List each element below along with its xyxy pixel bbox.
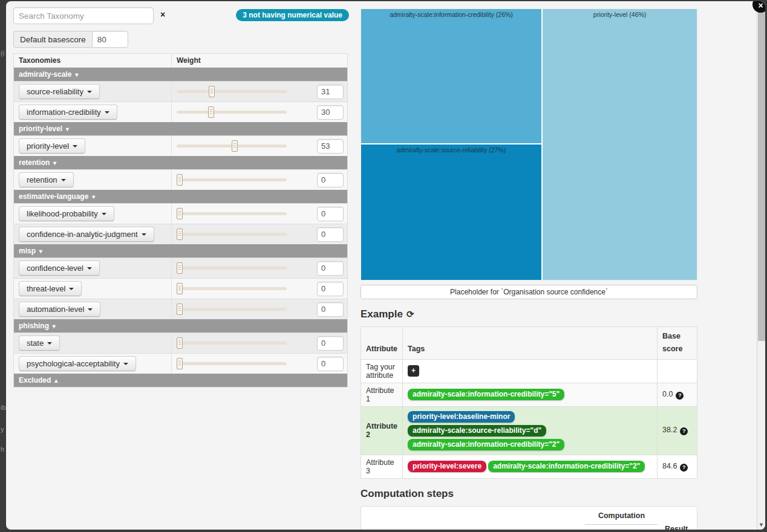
help-icon[interactable]: ?	[680, 464, 688, 472]
chevron-down-icon	[88, 308, 93, 311]
taxonomy-dropdown-likelihood-probability[interactable]: likelihood-probability	[19, 206, 114, 221]
taxonomy-dropdown-priority-level[interactable]: priority-level	[19, 138, 85, 154]
close-icon[interactable]: ×	[752, 1, 765, 13]
help-icon[interactable]: ?	[680, 427, 688, 435]
taxonomy-dropdown-threat-level[interactable]: threat-level	[19, 281, 82, 296]
weight-slider[interactable]	[177, 233, 287, 236]
taxonomy-dropdown-label: psychological-acceptability	[27, 359, 120, 368]
taxonomy-group-header-priority-level[interactable]: priority-level ▾	[14, 122, 347, 135]
weight-cell	[172, 105, 347, 120]
weight-input[interactable]	[317, 261, 344, 276]
taxonomy-dropdown-information-credibility[interactable]: information-credibility	[19, 105, 117, 120]
taxonomy-group-header-excluded[interactable]: Excluded ▴	[14, 374, 347, 387]
taxonomy-group-header-retention[interactable]: retention ▾	[14, 156, 347, 169]
taxonomy-name-cell: priority-level	[14, 136, 172, 156]
scrollbar-thumb[interactable]	[758, 11, 765, 341]
chevron-down-icon	[123, 363, 128, 365]
tag-admiralty-scale-source-reliability-d-[interactable]: admiralty-scale:source-reliability="d"	[408, 425, 546, 436]
weight-slider[interactable]	[177, 267, 287, 270]
weight-slider[interactable]	[177, 90, 287, 93]
taxonomy-dropdown-confidence-level[interactable]: confidence-level	[19, 261, 100, 276]
chevron-down-icon	[61, 179, 66, 181]
weight-input[interactable]	[317, 85, 344, 99]
taxonomy-dropdown-psychological-acceptability[interactable]: psychological-acceptability	[19, 356, 136, 371]
slider-handle[interactable]	[177, 262, 183, 274]
vertical-scrollbar[interactable]: ▲ ▼	[757, 1, 765, 530]
tag-column-header: Tag	[367, 530, 380, 530]
weight-slider[interactable]	[177, 308, 287, 311]
weight-slider[interactable]	[177, 144, 287, 148]
slider-handle[interactable]	[209, 86, 215, 97]
taxonomy-dropdown-source-reliability[interactable]: source-reliability	[19, 84, 100, 99]
background-text-fragment: ib	[1, 404, 6, 411]
attribute-name-cell: Attribute 1	[361, 383, 403, 406]
weight-slider[interactable]	[177, 342, 287, 345]
add-tag-button[interactable]: +	[408, 365, 419, 377]
taxonomy-row-automation-level: automation-level	[14, 299, 347, 319]
tag-priority-level-baseline-minor[interactable]: priority-level:baseline-minor	[408, 411, 515, 423]
weight-slider[interactable]	[177, 178, 287, 181]
taxonomy-name-cell: confidence-level	[14, 258, 172, 278]
tags-column-header: Tags	[403, 327, 658, 360]
taxonomy-name-cell: information-credibility	[14, 102, 172, 122]
slider-handle[interactable]	[232, 140, 238, 152]
taxonomy-row-likelihood-probability: likelihood-probability	[14, 203, 347, 224]
taxonomy-dropdown-retention[interactable]: retention	[19, 172, 74, 187]
taxonomy-dropdown-automation-level[interactable]: automation-level	[19, 302, 100, 317]
weight-input[interactable]	[317, 282, 344, 296]
taxonomy-dropdown-confidence-in-analytic-judgment[interactable]: confidence-in-analytic-judgment	[19, 227, 154, 242]
weight-treemap: admiralty-scale:information-credibility …	[361, 8, 697, 281]
weight-input[interactable]	[317, 139, 344, 154]
weight-input[interactable]	[317, 302, 344, 317]
weight-slider[interactable]	[177, 212, 287, 215]
slider-handle[interactable]	[177, 208, 183, 219]
help-icon[interactable]: ?	[676, 392, 684, 400]
taxonomy-dropdown-label: source-reliability	[27, 87, 83, 96]
weight-input[interactable]	[317, 227, 344, 242]
chevron-down-icon: ▾	[51, 160, 56, 166]
weight-input[interactable]	[317, 207, 344, 221]
taxonomy-group-header-misp[interactable]: misp ▾	[14, 244, 347, 258]
slider-handle[interactable]	[177, 358, 183, 369]
weight-slider[interactable]	[177, 287, 287, 290]
chevron-down-icon	[73, 145, 77, 148]
weight-input[interactable]	[317, 357, 344, 371]
taxonomy-group-header-admiralty-scale[interactable]: admiralty-scale ▾	[14, 68, 347, 81]
slider-handle[interactable]	[177, 337, 183, 349]
weight-column-header: Weight	[172, 54, 206, 67]
example-table: Attribute Tags Base score Tag your attri…	[361, 326, 697, 479]
tag-admiralty-scale-information-credibility-5-[interactable]: admiralty-scale:information-credibility=…	[408, 389, 564, 400]
weight-input[interactable]	[317, 105, 344, 120]
example-row: Attribute 3priority-level:severeadmiralt…	[361, 455, 697, 478]
taxonomy-group-header-phishing[interactable]: phishing ▾	[14, 319, 347, 332]
slider-handle[interactable]	[177, 283, 183, 294]
weight-input[interactable]	[317, 173, 344, 187]
tag-admiralty-scale-information-credibility-2-[interactable]: admiralty-scale:information-credibility=…	[488, 461, 645, 472]
refresh-icon[interactable]: ⟳	[406, 309, 414, 320]
slider-handle[interactable]	[208, 106, 214, 118]
tag-priority-level-severe[interactable]: priority-level:severe	[408, 461, 486, 472]
clear-search-icon[interactable]: ×	[160, 10, 165, 19]
taxonomy-group-header-estimative-language[interactable]: estimative-language ▾	[14, 190, 347, 203]
base-score-cell: 0.0?	[658, 383, 697, 406]
taxonomy-dropdown-state[interactable]: state	[19, 336, 60, 351]
weight-cell	[172, 261, 347, 276]
search-input[interactable]	[13, 7, 154, 24]
slider-handle[interactable]	[177, 174, 183, 186]
default-basescore-input[interactable]	[92, 31, 128, 48]
weight-slider[interactable]	[177, 362, 287, 365]
preview-panel: admiralty-scale:information-credibility …	[361, 8, 697, 530]
weight-slider[interactable]	[177, 111, 287, 114]
tag-admiralty-scale-information-credibility-2-[interactable]: admiralty-scale:information-credibility=…	[408, 439, 564, 450]
taxonomy-dropdown-label: likelihood-probability	[27, 209, 98, 218]
scroll-down-icon[interactable]: ▼	[757, 522, 765, 528]
taxonomy-dropdown-label: confidence-in-analytic-judgment	[27, 230, 138, 239]
slider-handle[interactable]	[177, 303, 183, 315]
base-score-cell	[658, 359, 697, 383]
weight-input[interactable]	[317, 336, 344, 351]
background-text-fragment: h	[1, 446, 6, 453]
slider-handle[interactable]	[177, 229, 183, 240]
tags-cell: priority-level:severeadmiralty-scale:inf…	[403, 455, 658, 478]
treemap-cell-admiralty-scale:information-credibility: admiralty-scale:information-credibility …	[361, 9, 541, 143]
chevron-down-icon	[102, 213, 106, 215]
